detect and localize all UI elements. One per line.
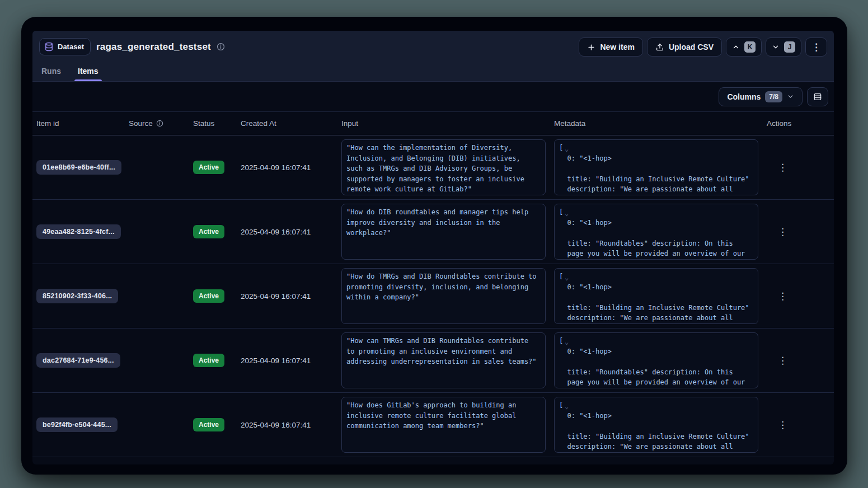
table-row[interactable]: be92f4fb-e504-445... Active 2025-04-09 1…: [32, 393, 834, 457]
column-header-created-at: Created At: [237, 119, 337, 128]
header-actions: New item Upload CSV K: [579, 37, 827, 57]
row-actions-menu-button[interactable]: ⋮: [773, 224, 792, 240]
created-at-text: 2025-04-09 16:07:41: [241, 163, 311, 172]
info-icon[interactable]: [156, 120, 163, 127]
metadata-preview[interactable]: [ 0: "<1-hop> title: "Roundtables" descr…: [554, 332, 758, 388]
columns-count-badge: 7/8: [765, 91, 782, 102]
chevron-up-icon: [732, 43, 740, 51]
chevron-down-icon: [772, 43, 780, 51]
page-title: ragas_generated_testset: [96, 41, 211, 53]
metadata-preview[interactable]: [ 0: "<1-hop> title: "Building an Inclus…: [554, 397, 758, 453]
info-icon[interactable]: [217, 43, 225, 51]
dataset-type-badge: Dataset: [39, 38, 91, 55]
column-header-source: Source: [125, 119, 189, 128]
item-id-pill[interactable]: 49eaa482-8125-4fcf...: [36, 224, 121, 239]
column-header-metadata: Metadata: [550, 119, 763, 128]
created-at-text: 2025-04-09 16:07:41: [241, 292, 311, 301]
navigate-down-button[interactable]: J: [766, 37, 801, 57]
column-header-item-id: Item id: [32, 119, 125, 128]
dataset-badge-label: Dataset: [58, 43, 84, 51]
item-id-pill[interactable]: 01ee8b69-e6be-40ff...: [36, 160, 121, 175]
app-window: Dataset ragas_generated_testset Runs Ite…: [21, 17, 847, 475]
status-badge: Active: [193, 225, 224, 238]
shortcut-key-k: K: [744, 41, 756, 53]
shortcut-key-j: J: [784, 41, 795, 53]
column-header-input: Input: [337, 119, 550, 128]
chevron-down-icon: [787, 93, 794, 100]
upload-csv-label: Upload CSV: [669, 43, 714, 51]
title-row: Dataset ragas_generated_testset: [39, 38, 225, 55]
new-item-label: New item: [600, 43, 634, 51]
expand-chevron-icon[interactable]: ⌄: [565, 337, 569, 348]
item-id-pill[interactable]: 85210902-3f33-406...: [36, 289, 118, 303]
row-actions-menu-button[interactable]: ⋮: [773, 159, 792, 176]
table-header-row: Item id Source Status Created At Input M…: [32, 112, 834, 135]
created-at-text: 2025-04-09 16:07:41: [241, 356, 311, 365]
expand-chevron-icon[interactable]: ⌄: [565, 401, 569, 412]
table-toolbar: Columns 7/8: [32, 82, 834, 112]
status-badge: Active: [193, 354, 224, 367]
metadata-preview[interactable]: [ 0: "<1-hop> title: "Building an Inclus…: [554, 268, 758, 324]
navigate-up-button[interactable]: K: [726, 37, 762, 57]
status-badge: Active: [193, 161, 224, 174]
metadata-preview[interactable]: [ 0: "<1-hop> title: "Building an Inclus…: [554, 139, 758, 195]
column-header-status: Status: [189, 119, 237, 128]
expand-chevron-icon[interactable]: ⌄: [565, 273, 569, 283]
item-id-pill[interactable]: dac27684-71e9-456...: [36, 353, 120, 368]
columns-button[interactable]: Columns 7/8: [719, 87, 803, 106]
input-preview[interactable]: "How does GitLab's approach to building …: [341, 397, 546, 453]
header-more-menu-button[interactable]: ⋮: [805, 37, 827, 57]
table-row[interactable]: 85210902-3f33-406... Active 2025-04-09 1…: [32, 264, 834, 329]
upload-csv-button[interactable]: Upload CSV: [647, 37, 722, 57]
tab-runs[interactable]: Runs: [40, 67, 62, 81]
table-row[interactable]: 49eaa482-8125-4fcf... Active 2025-04-09 …: [32, 200, 834, 264]
page-header: Dataset ragas_generated_testset Runs Ite…: [32, 31, 834, 82]
status-badge: Active: [193, 289, 224, 303]
tab-items[interactable]: Items: [77, 67, 100, 81]
status-badge: Active: [193, 418, 224, 431]
item-id-pill[interactable]: be92f4fb-e504-445...: [36, 417, 118, 432]
kebab-menu-icon: ⋮: [811, 43, 821, 52]
table-row[interactable]: dac27684-71e9-456... Active 2025-04-09 1…: [32, 329, 834, 393]
new-item-button[interactable]: New item: [579, 37, 642, 57]
input-preview[interactable]: "How can the implementation of Diversity…: [341, 139, 546, 195]
plus-icon: [587, 43, 595, 51]
input-preview[interactable]: "How do TMRGs and DIB Roundtables contri…: [341, 268, 546, 324]
table-body: 01ee8b69-e6be-40ff... Active 2025-04-09 …: [32, 135, 834, 457]
created-at-text: 2025-04-09 16:07:41: [241, 228, 311, 236]
row-actions-menu-button[interactable]: ⋮: [773, 417, 792, 433]
table-rows-icon: [813, 92, 822, 101]
expand-chevron-icon[interactable]: ⌄: [565, 208, 569, 219]
table-row[interactable]: 01ee8b69-e6be-40ff... Active 2025-04-09 …: [32, 135, 834, 200]
row-actions-menu-button[interactable]: ⋮: [773, 353, 792, 369]
metadata-preview[interactable]: [ 0: "<1-hop> title: "Roundtables" descr…: [554, 204, 758, 260]
upload-icon: [655, 43, 664, 51]
row-actions-menu-button[interactable]: ⋮: [773, 288, 792, 304]
input-preview[interactable]: "How can TMRGs and DIB Roundtables contr…: [341, 332, 546, 388]
dataset-page: Dataset ragas_generated_testset Runs Ite…: [32, 31, 834, 464]
columns-label: Columns: [727, 92, 761, 101]
column-header-actions: Actions: [763, 119, 834, 128]
tab-bar: Runs Items: [40, 67, 100, 81]
created-at-text: 2025-04-09 16:07:41: [241, 421, 311, 429]
input-preview[interactable]: "How do DIB roundtables and manager tips…: [341, 204, 546, 260]
database-icon: [44, 42, 54, 51]
row-height-button[interactable]: [807, 87, 828, 106]
expand-chevron-icon[interactable]: ⌄: [565, 144, 569, 154]
